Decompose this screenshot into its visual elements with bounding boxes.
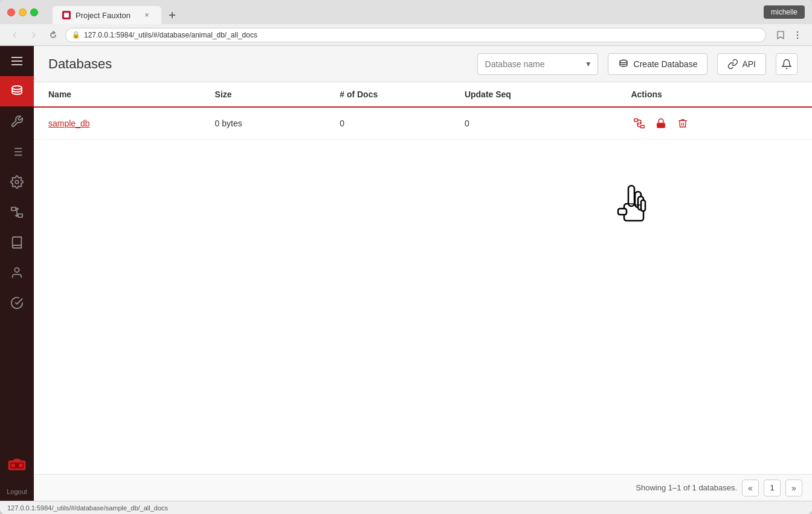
svg-rect-24 — [641, 125, 645, 128]
svg-rect-23 — [634, 119, 638, 122]
lock-icon — [656, 118, 666, 129]
col-size: Size — [215, 89, 340, 99]
tab-favicon — [62, 11, 71, 19]
table-footer: Showing 1–1 of 1 databases. « 1 » — [34, 474, 812, 501]
sidebar-item-replication[interactable] — [0, 197, 34, 227]
browser-tab[interactable]: Project Fauxton × — [53, 6, 161, 24]
svg-point-5 — [12, 86, 22, 89]
svg-rect-20 — [11, 463, 14, 467]
prev-page-button[interactable]: « — [742, 480, 759, 496]
close-button[interactable] — [7, 8, 15, 16]
minimize-button[interactable] — [19, 8, 27, 16]
main-content: Databases ▼ Create Database — [34, 46, 812, 501]
create-database-label: Create Database — [634, 59, 698, 69]
sidebar-item-config[interactable] — [0, 167, 34, 197]
database-create-icon — [618, 59, 629, 70]
svg-point-16 — [14, 268, 19, 272]
svg-point-12 — [15, 180, 19, 184]
status-url: 127.0.0.1:5984/_utils/#/database/sample_… — [7, 504, 168, 512]
table-header: Name Size # of Docs Update Seq Actions — [34, 82, 812, 108]
trash-icon — [677, 118, 688, 129]
sidebar-item-users[interactable] — [0, 258, 34, 288]
sidebar-menu-button[interactable] — [0, 46, 34, 76]
next-page-button[interactable]: » — [785, 480, 802, 496]
db-docs-cell: 0 — [340, 119, 465, 128]
security-lock-icon: 🔒 — [72, 31, 80, 39]
lock-button[interactable] — [652, 115, 669, 132]
traffic-lights — [7, 8, 38, 16]
svg-point-22 — [620, 60, 627, 63]
col-update-seq: Update Seq — [465, 89, 631, 99]
status-bar: 127.0.0.1:5984/_utils/#/database/sample_… — [0, 501, 812, 514]
notifications-button[interactable] — [776, 53, 798, 75]
sidebar: Logout — [0, 46, 34, 501]
showing-text: Showing 1–1 of 1 databases. — [636, 483, 737, 492]
svg-point-4 — [797, 37, 798, 38]
col-name: Name — [48, 89, 215, 99]
db-name-input[interactable] — [477, 53, 598, 75]
current-page: 1 — [764, 480, 781, 496]
more-options-icon[interactable] — [790, 28, 805, 42]
sidebar-item-setup[interactable] — [0, 106, 34, 137]
address-bar[interactable]: 🔒 127.0.0.1:5984/_utils/#/database/anima… — [65, 28, 766, 42]
table-row: sample_db 0 bytes 0 0 — [34, 108, 812, 140]
svg-rect-13 — [11, 207, 16, 211]
svg-rect-25 — [657, 123, 666, 128]
back-button[interactable] — [7, 28, 22, 42]
bookmark-icon[interactable] — [773, 28, 788, 42]
replicate-button[interactable] — [631, 115, 648, 132]
replicate-icon — [633, 117, 645, 129]
forward-button[interactable] — [27, 28, 41, 42]
svg-point-2 — [797, 31, 798, 32]
nav-icons — [773, 28, 805, 42]
refresh-button[interactable] — [46, 28, 60, 42]
db-size-cell: 0 bytes — [215, 119, 340, 128]
url-text: 127.0.0.1:5984/_utils/#/database/animal_… — [84, 31, 759, 39]
databases-table: Name Size # of Docs Update Seq Actions s… — [34, 82, 812, 474]
svg-point-3 — [797, 34, 798, 35]
title-bar: Project Fauxton × michelle — [0, 0, 812, 24]
db-actions-cell — [631, 115, 798, 132]
user-badge[interactable]: michelle — [764, 5, 805, 19]
col-docs: # of Docs — [340, 89, 465, 99]
api-label: API — [742, 59, 756, 69]
app-container: Logout Databases ▼ Create Database — [0, 46, 812, 501]
maximize-button[interactable] — [30, 8, 38, 16]
tab-title: Project Fauxton — [76, 11, 130, 20]
hamburger-icon — [11, 57, 22, 65]
api-icon — [727, 59, 738, 70]
sidebar-item-databases[interactable] — [0, 76, 34, 106]
sidebar-item-documents[interactable] — [0, 137, 34, 167]
bell-icon — [781, 59, 792, 70]
main-header: Databases ▼ Create Database — [34, 46, 812, 82]
create-database-button[interactable]: Create Database — [608, 53, 708, 75]
svg-rect-1 — [172, 12, 173, 18]
api-button[interactable]: API — [717, 53, 766, 75]
svg-point-19 — [13, 458, 21, 462]
db-name-cell: sample_db — [48, 119, 215, 128]
delete-button[interactable] — [674, 115, 691, 132]
svg-rect-14 — [18, 214, 22, 218]
db-name-input-wrapper: ▼ — [477, 53, 598, 75]
sidebar-item-documentation[interactable] — [0, 227, 34, 258]
new-tab-button[interactable] — [164, 7, 181, 24]
svg-rect-21 — [19, 463, 22, 467]
db-name-link[interactable]: sample_db — [48, 119, 90, 128]
col-actions: Actions — [631, 89, 798, 99]
db-updateseq-cell: 0 — [465, 119, 631, 128]
sidebar-couch-logo[interactable] — [0, 446, 34, 483]
nav-bar: 🔒 127.0.0.1:5984/_utils/#/database/anima… — [0, 24, 812, 46]
sidebar-item-verify[interactable] — [0, 288, 34, 318]
sidebar-logout[interactable]: Logout — [0, 483, 34, 501]
page-title: Databases — [48, 56, 468, 72]
tab-bar: Project Fauxton × — [53, 0, 181, 24]
tab-close-button[interactable]: × — [142, 10, 152, 20]
